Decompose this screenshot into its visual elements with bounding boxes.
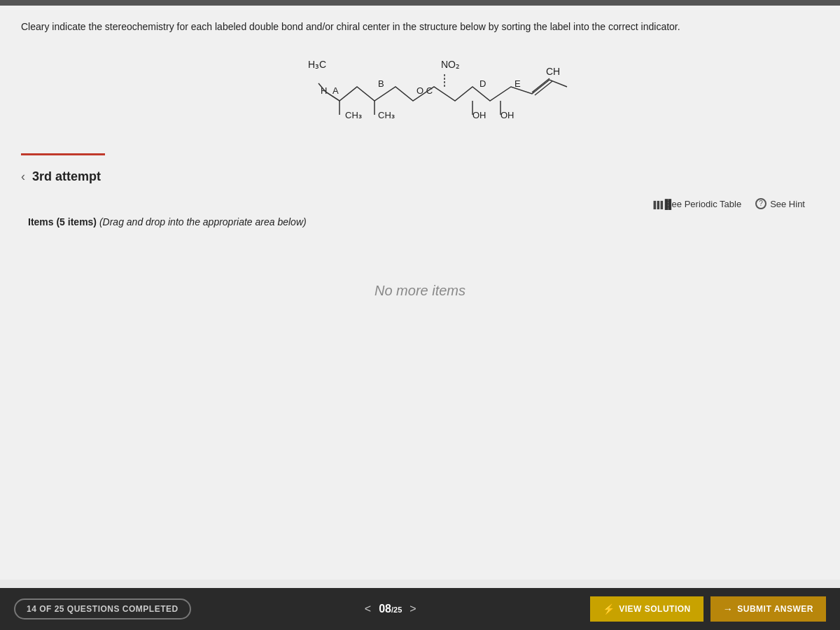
d-label: D bbox=[479, 78, 486, 89]
total-pages: 25 bbox=[393, 606, 402, 614]
questions-completed: 14 OF 25 QUESTIONS COMPLETED bbox=[14, 598, 191, 620]
bottom-bar: 14 OF 25 QUESTIONS COMPLETED < 08/25 > ⚡… bbox=[0, 588, 840, 630]
tools-row: ▐▌ See Periodic Table ? See Hint bbox=[21, 198, 819, 209]
hint-icon: ? bbox=[755, 198, 766, 209]
periodic-table-icon: ▐▌ bbox=[651, 199, 662, 209]
no-more-items-label: No more items bbox=[374, 283, 465, 299]
periodic-table-link[interactable]: ▐▌ See Periodic Table bbox=[651, 199, 741, 209]
top-bar bbox=[0, 0, 840, 6]
submit-answer-button[interactable]: → SUBMIT ANSWER bbox=[710, 596, 826, 622]
submit-answer-label: SUBMIT ANSWER bbox=[737, 604, 813, 614]
attempt-label: 3rd attempt bbox=[32, 169, 101, 184]
ch-label: CH bbox=[546, 66, 560, 77]
view-solution-label: VIEW SOLUTION bbox=[619, 604, 691, 614]
hint-link[interactable]: ? See Hint bbox=[755, 198, 805, 209]
oh-right-label: OH bbox=[500, 110, 514, 120]
page-indicator: 08/25 bbox=[379, 603, 402, 615]
molecule-structure: H₃C NO₂ CH H A B O C D E CH₃ CH₃ OH OH bbox=[21, 48, 819, 139]
periodic-table-label: See Periodic Table bbox=[666, 199, 741, 209]
question-text: Cleary indicate the stereochemistry for … bbox=[21, 20, 693, 34]
no2-label: NO₂ bbox=[441, 59, 460, 70]
a-label: A bbox=[332, 85, 339, 96]
items-title: Items (5 items) bbox=[28, 216, 97, 227]
next-button[interactable]: > bbox=[405, 601, 420, 617]
ch3-left-label: CH₃ bbox=[345, 110, 362, 120]
main-content: Cleary indicate the stereochemistry for … bbox=[0, 6, 840, 580]
b-label: B bbox=[378, 78, 384, 89]
e-label: E bbox=[514, 78, 521, 89]
action-buttons: ⚡ VIEW SOLUTION → SUBMIT ANSWER bbox=[590, 596, 826, 622]
view-solution-button[interactable]: ⚡ VIEW SOLUTION bbox=[590, 596, 704, 622]
h3c-label: H₃C bbox=[308, 59, 326, 70]
drop-area[interactable]: No more items bbox=[21, 248, 819, 332]
nav-controls: < 08/25 > bbox=[360, 601, 421, 617]
attempt-section: ‹ 3rd attempt bbox=[21, 169, 819, 184]
submit-icon: → bbox=[723, 603, 734, 615]
oc-label: O C bbox=[416, 85, 433, 96]
hint-label: See Hint bbox=[770, 199, 805, 209]
current-page: 08 bbox=[379, 603, 391, 615]
items-drag-instruction: (Drag and drop into the appropriate area… bbox=[99, 216, 307, 227]
prev-button[interactable]: < bbox=[360, 601, 375, 617]
divider bbox=[21, 153, 105, 155]
oh-left-label: OH bbox=[472, 110, 486, 120]
view-solution-icon: ⚡ bbox=[603, 603, 615, 615]
backbone-main bbox=[326, 80, 567, 101]
items-instruction: Items (5 items) (Drag and drop into the … bbox=[21, 216, 819, 227]
collapse-chevron[interactable]: ‹ bbox=[21, 169, 25, 184]
ch3-right-label: CH₃ bbox=[378, 110, 395, 120]
